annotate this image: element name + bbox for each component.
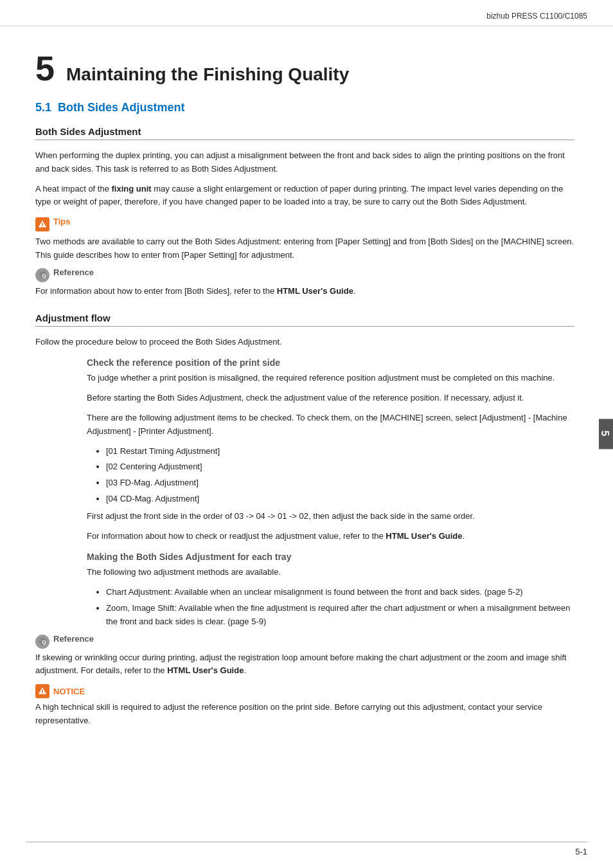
step2-para1: The following two adjustment methods are… (87, 566, 574, 579)
step1-p5-suffix: . (463, 531, 465, 541)
tips-content: Two methods are available to carry out t… (35, 235, 574, 262)
both-sides-para2: A heat impact of the fixing unit may cau… (35, 183, 574, 210)
svg-text:Q: Q (42, 639, 46, 645)
svg-rect-1 (42, 224, 43, 226)
tips-icon (35, 217, 49, 231)
page-footer: 5-1 (575, 847, 587, 856)
chapter-number: 5 (35, 51, 55, 86)
section-number: 5.1 (35, 101, 51, 114)
step1-content: To judge whether a print position is mis… (87, 372, 574, 543)
notice-svg-icon (38, 687, 47, 696)
both-sides-heading-text: Both Sides Adjustment (35, 126, 141, 137)
step1-p5-prefix: For information about how to check or re… (87, 531, 386, 541)
step1-para2: Before starting the Both Sides Adjustmen… (87, 392, 574, 405)
notice-text: A high technical skill is required to ad… (35, 701, 574, 728)
content: 5 Maintaining the Finishing Quality 5.1 … (0, 26, 613, 760)
svg-rect-2 (42, 223, 43, 224)
page: bizhub PRESS C1100/C1085 5 Maintaining t… (0, 0, 613, 868)
section-title: Both Sides Adjustment (58, 101, 184, 114)
ref2-suffix: . (244, 665, 246, 675)
notice-box: NOTICE A high technical skill is require… (35, 684, 574, 728)
reference-box-2: Q Reference (35, 634, 574, 649)
bullet-item: [02 Centering Adjustment] (106, 460, 574, 474)
reference-icon-1: Q (35, 268, 49, 282)
reference-svg-icon-1: Q (39, 271, 47, 279)
adjustment-flow-heading: Adjustment flow (35, 312, 574, 327)
step1-heading: Check the reference position of the prin… (87, 357, 574, 368)
notice-icon (35, 684, 49, 698)
step2-bullet-list: Chart Adjustment: Available when an uncl… (106, 586, 574, 628)
sidebar-tab: 5 (599, 419, 613, 449)
chapter-title: Maintaining the Finishing Quality (66, 64, 349, 85)
both-sides-para1: When performing the duplex printing, you… (35, 149, 574, 176)
ref2-prefix: If skewing or wrinkling occur during pri… (35, 653, 567, 676)
reference-content-2: If skewing or wrinkling occur during pri… (35, 651, 574, 678)
ref1-bold: HTML User's Guide (277, 286, 353, 296)
bullet-item: Zoom, Image Shift: Available when the fi… (106, 602, 574, 629)
page-header: bizhub PRESS C1100/C1085 (0, 0, 613, 26)
reference-box-1: Q Reference (35, 267, 574, 282)
step2-heading: Making the Both Sides Adjustment for eac… (87, 552, 574, 562)
ref2-bold: HTML User's Guide (167, 665, 244, 675)
notice-label: NOTICE (53, 687, 85, 696)
svg-text:Q: Q (42, 273, 46, 278)
step1-para3: There are the following adjustment items… (87, 411, 574, 439)
svg-rect-8 (42, 691, 43, 693)
notice-header: NOTICE (35, 684, 574, 698)
reference-content-1: For information about how to enter from … (35, 285, 574, 298)
chapter-heading: 5 Maintaining the Finishing Quality (35, 51, 574, 86)
reference-svg-icon-2: Q (39, 637, 47, 646)
reference-label-1: Reference (53, 267, 94, 277)
step1-bullet-list: [01 Restart Timing Adjustment] [02 Cente… (106, 445, 574, 506)
step1-p5-bold: HTML User's Guide (386, 531, 462, 541)
step1-para5: For information about how to check or re… (87, 530, 574, 543)
step1-para1: To judge whether a print position is mis… (87, 372, 574, 385)
tips-label-text: Tips (53, 217, 71, 226)
adjustment-flow-intro: Follow the procedure below to proceed th… (35, 336, 574, 349)
step1-para4: First adjust the front side in the order… (87, 510, 574, 523)
para2-prefix: A heat impact of the (35, 184, 112, 194)
section-heading: 5.1 Both Sides Adjustment (35, 101, 574, 114)
bullet-item: [03 FD-Mag. Adjustment] (106, 476, 574, 490)
para2-bold: fixing unit (112, 184, 152, 194)
tips-svg-icon (38, 220, 47, 229)
adjustment-flow-heading-text: Adjustment flow (35, 312, 111, 323)
tips-label: Tips (53, 217, 71, 226)
tips-box: Tips (35, 217, 574, 231)
reference-icon-2: Q (35, 635, 49, 649)
both-sides-subsection-heading: Both Sides Adjustment (35, 126, 574, 140)
step2-content: The following two adjustment methods are… (87, 566, 574, 628)
ref1-suffix: . (353, 286, 356, 296)
bullet-item: Chart Adjustment: Available when an uncl… (106, 586, 574, 599)
svg-rect-9 (42, 690, 43, 691)
ref1-prefix: For information about how to enter from … (35, 286, 277, 296)
bullet-item: [01 Restart Timing Adjustment] (106, 445, 574, 458)
header-text: bizhub PRESS C1100/C1085 (486, 12, 587, 21)
footer-line (26, 842, 587, 842)
bullet-item: [04 CD-Mag. Adjustment] (106, 493, 574, 506)
reference-label-2: Reference (53, 634, 94, 644)
